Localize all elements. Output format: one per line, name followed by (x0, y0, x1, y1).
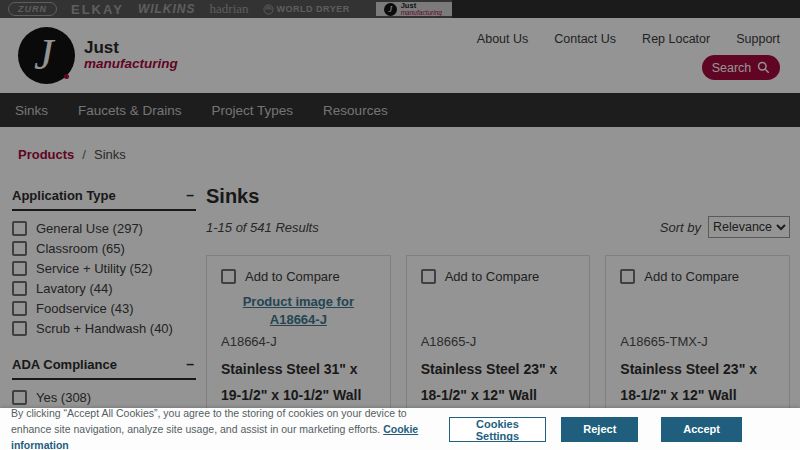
cookie-message-text: By clicking “Accept All Cookies”, you ag… (11, 407, 407, 435)
cookie-consent-banner: By clicking “Accept All Cookies”, you ag… (0, 408, 800, 450)
cookie-message: By clicking “Accept All Cookies”, you ag… (11, 405, 435, 450)
cookies-settings-button[interactable]: Cookies Settings (449, 417, 547, 442)
cookie-buttons: Cookies Settings Reject Accept (449, 417, 800, 442)
reject-button[interactable]: Reject (561, 417, 638, 442)
accept-button[interactable]: Accept (661, 417, 742, 442)
page-dim-overlay (0, 0, 800, 450)
